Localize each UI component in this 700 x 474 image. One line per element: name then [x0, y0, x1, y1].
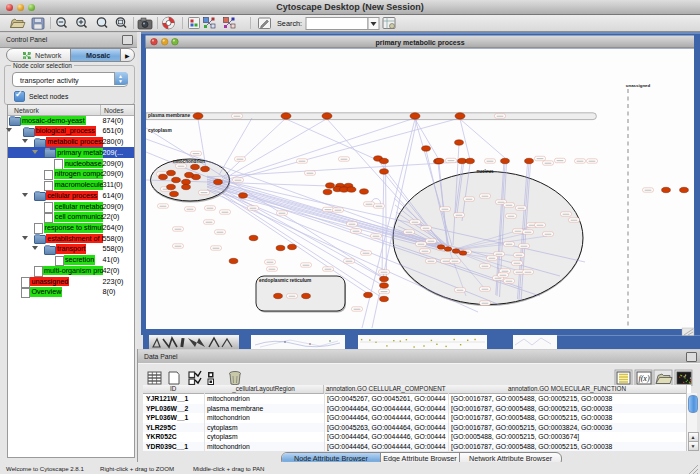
svg-text:f(x): f(x) — [638, 374, 649, 383]
svg-text:nucleus: nucleus — [476, 169, 494, 174]
svg-text:Search:: Search: — [277, 19, 302, 28]
svg-text:mitochondrion: mitochondrion — [173, 159, 205, 164]
svg-text:primary metabolic process: primary metabolic process — [375, 39, 464, 47]
svg-text:cytoplasm: cytoplasm — [148, 128, 172, 133]
svg-text:unassigned: unassigned — [626, 83, 651, 88]
svg-text:endoplasmic reticulum: endoplasmic reticulum — [259, 278, 311, 283]
svg-text:plasma membrane: plasma membrane — [148, 113, 190, 118]
